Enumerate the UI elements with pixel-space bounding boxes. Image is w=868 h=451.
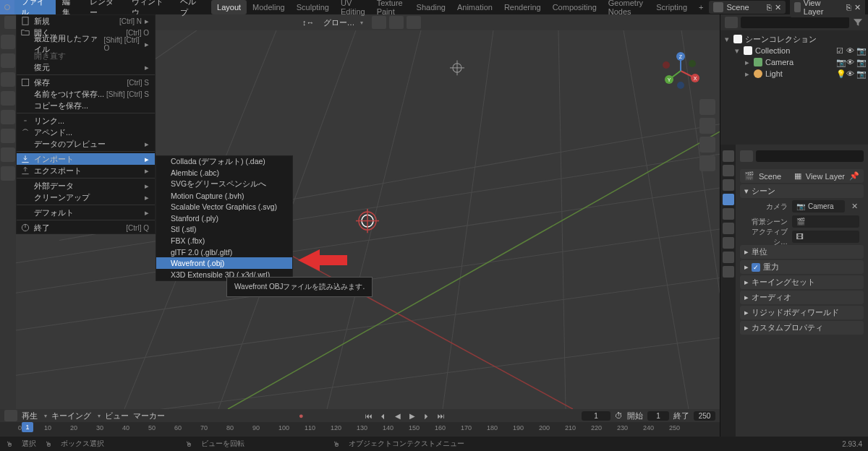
jump-end-icon[interactable]: ⏭ [435, 410, 448, 421]
im-fbx[interactable]: FBX (.fbx) [156, 235, 292, 246]
checkbox-icon[interactable]: ☑ [836, 46, 845, 55]
clock-icon[interactable]: ⏱ [615, 411, 623, 420]
im-stl[interactable]: Stl (.stl) [156, 224, 292, 236]
section-gravity[interactable]: ▸✓重力 [740, 260, 864, 274]
props-type-icon[interactable] [740, 150, 753, 162]
fm-save[interactable]: 保存[Ctrl] S [17, 77, 155, 88]
tool-scale[interactable] [1, 110, 15, 124]
play-rev-icon[interactable]: ◀ [391, 410, 404, 421]
tool-rotate[interactable] [1, 91, 15, 106]
play-icon[interactable]: ▶ [406, 410, 419, 421]
menu-edit[interactable]: 編集 [56, 0, 83, 14]
ws-texture[interactable]: Texture Paint [371, 0, 411, 14]
tl-view[interactable]: ビュー [105, 411, 129, 421]
im-bvh[interactable]: Motion Capture (.bvh) [156, 190, 292, 202]
tab-scene[interactable] [723, 194, 734, 205]
axis-gizmo[interactable]: X Y Z [662, 52, 699, 90]
ws-sculpting[interactable]: Sculpting [291, 0, 335, 14]
persp-ortho-icon[interactable] [699, 155, 715, 171]
render-icon[interactable]: 📷 [856, 46, 865, 55]
tl-marker[interactable]: マーカー [133, 411, 165, 421]
tab-physics[interactable] [723, 266, 734, 278]
tool-transform[interactable] [1, 129, 15, 143]
fm-recent[interactable]: 最近使用したファイル[Shift] [Ctrl] O▸ [17, 38, 155, 50]
autokey-icon[interactable]: ● [299, 411, 304, 420]
tool-annotate[interactable] [1, 147, 15, 162]
camera-view-icon[interactable] [699, 137, 715, 153]
pan-icon[interactable] [699, 118, 715, 134]
fm-saveas[interactable]: 名前をつけて保存...[Shift] [Ctrl] S [17, 88, 155, 100]
fm-savecopy[interactable]: コピーを保存... [17, 100, 155, 111]
out-camera[interactable]: ▸Camera 📷👁📷 [723, 56, 865, 68]
section-custom[interactable]: ▸カスタムプロパティ [740, 321, 864, 335]
section-audio[interactable]: ▸オーディオ [740, 291, 864, 304]
ws-scripting[interactable]: Scripting [650, 0, 693, 14]
eye-icon[interactable]: 👁 [846, 69, 855, 78]
jump-start-icon[interactable]: ⏮ [362, 410, 375, 421]
fm-cleanup[interactable]: クリーンアップ▸ [17, 192, 155, 203]
menu-file[interactable]: ファイル [14, 0, 56, 14]
section-units[interactable]: ▸単位 [740, 245, 864, 259]
frame-start[interactable]: 1 [647, 411, 669, 421]
timeline-ruler[interactable]: 1 01020304050607080901001101201301401501… [0, 422, 720, 437]
im-ply[interactable]: Stanford (.ply) [156, 212, 292, 224]
tab-render[interactable] [723, 150, 734, 162]
out-scene-collection[interactable]: ▾シーンコレクション [723, 33, 865, 45]
im-obj[interactable]: Wavefront (.obj) [156, 257, 292, 269]
ws-add[interactable]: + [693, 0, 709, 14]
tab-viewlayer[interactable] [723, 179, 734, 191]
frame-end[interactable]: 250 [694, 411, 715, 421]
tab-world[interactable] [723, 208, 734, 220]
section-keying[interactable]: ▸キーイングセット [740, 275, 864, 289]
render-icon[interactable]: 📷 [856, 58, 865, 66]
ws-layout[interactable]: Layout [211, 0, 247, 14]
ws-geonodes[interactable]: Geometry Nodes [603, 0, 650, 14]
tab-object[interactable] [723, 223, 734, 234]
viewlayer-selector[interactable]: View Layer ⎘✕ [790, 0, 865, 17]
render-icon[interactable]: 📷 [856, 69, 865, 78]
tool-measure[interactable] [1, 166, 15, 181]
tab-particle[interactable] [723, 252, 734, 263]
im-svggp[interactable]: SVGをグリースペンシルへ [156, 179, 292, 190]
section-rb[interactable]: ▸リジッドボディワールド [740, 306, 864, 319]
activeclip-field[interactable]: 🎞 [792, 231, 859, 243]
fm-link[interactable]: リンク... [17, 115, 155, 126]
pin-icon[interactable]: 📌 [849, 171, 859, 181]
timeline-type-icon[interactable] [4, 410, 17, 421]
blender-logo[interactable] [0, 0, 14, 14]
tool-cursor[interactable] [1, 53, 15, 68]
ws-animation[interactable]: Animation [451, 0, 498, 14]
out-collection[interactable]: ▾Collection ☑👁📷 [723, 45, 865, 56]
menu-help[interactable]: ヘルプ [174, 0, 208, 14]
tl-keying[interactable]: キーイング [51, 411, 91, 421]
outliner-search[interactable] [741, 17, 849, 28]
tab-modifier[interactable] [723, 237, 734, 249]
im-alembic[interactable]: Alembic (.abc) [156, 168, 292, 179]
menu-window[interactable]: ウィンドウ [125, 0, 174, 14]
tool-move[interactable] [1, 72, 15, 87]
outliner-type-icon[interactable] [725, 17, 738, 28]
camera-field[interactable]: 📷Camera [792, 200, 845, 212]
menu-render[interactable]: レンダー [83, 0, 125, 14]
fm-defaults[interactable]: デフォルト▸ [17, 207, 155, 218]
fm-revert[interactable]: 復元▸ [17, 61, 155, 73]
props-search[interactable] [756, 150, 864, 162]
eye-icon[interactable]: 👁 [846, 58, 855, 66]
fm-new[interactable]: 新規[Ctrl] N▸ [17, 15, 155, 27]
snap-icon[interactable] [389, 16, 404, 29]
transform-orient[interactable]: グロー…▾ [318, 16, 369, 29]
ws-shading[interactable]: Shading [411, 0, 451, 14]
ws-uv[interactable]: UV Editing [335, 0, 371, 14]
fm-import[interactable]: インポート▸ [17, 153, 155, 165]
tl-playback[interactable]: 再生 [22, 411, 38, 421]
fm-append[interactable]: アペンド... [17, 126, 155, 138]
fm-external[interactable]: 外部データ▸ [17, 180, 155, 192]
timeline-cursor[interactable]: 1 [22, 422, 33, 432]
bgscene-field[interactable]: 🎬 [792, 215, 859, 228]
frame-current[interactable]: 1 [582, 411, 610, 421]
section-scene[interactable]: ▾シーン [740, 184, 864, 198]
scene-selector[interactable]: Scene ⎘✕ [709, 1, 785, 14]
keyframe-prev-icon[interactable]: ⏴ [377, 410, 390, 421]
im-collada[interactable]: Collada (デフォルト) (.dae) [156, 156, 292, 168]
fm-export[interactable]: エクスポート▸ [17, 165, 155, 176]
